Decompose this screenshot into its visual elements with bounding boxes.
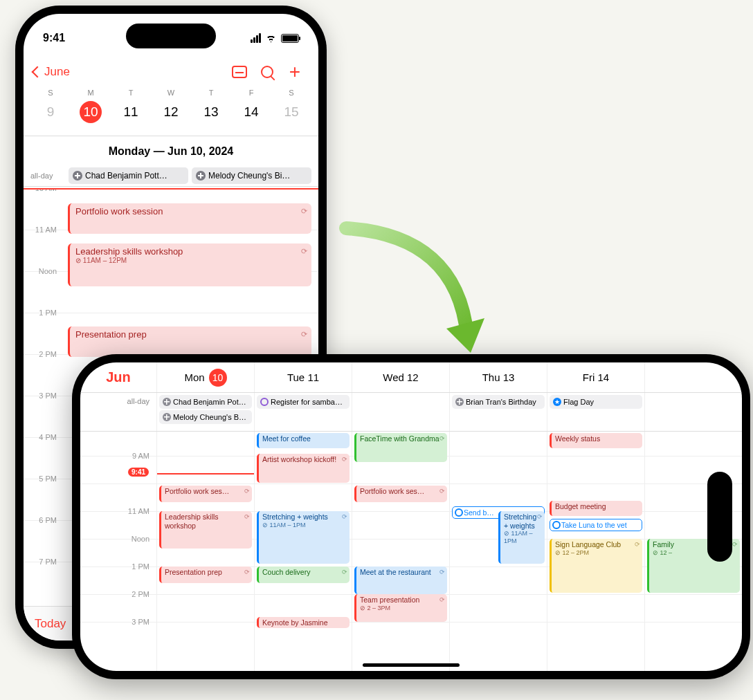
hour-label: 4 PM (24, 433, 62, 441)
repeat-icon: ⟳ (439, 596, 445, 604)
day-header[interactable]: Mon10 (156, 362, 254, 392)
ring-icon (260, 398, 269, 406)
hour-label: 11 AM (128, 507, 149, 515)
weekday-column[interactable]: W 12 (151, 89, 191, 123)
calendar-event[interactable]: Presentation prep⟳ (68, 326, 311, 357)
weekday-letter: S (30, 89, 71, 97)
calendar-event[interactable]: Portfolio work ses…⟳ (159, 486, 252, 502)
repeat-icon: ⟳ (635, 541, 640, 549)
hour-label: Noon (24, 267, 62, 275)
calendar-event[interactable]: FaceTime with Grandma⟳ (354, 433, 447, 462)
weekday-column[interactable]: S 15 (271, 89, 311, 123)
hour-label: 3 PM (131, 618, 149, 626)
hour-label: 1 PM (24, 308, 62, 317)
search-icon (261, 66, 273, 78)
home-indicator[interactable] (363, 663, 460, 667)
all-day-event[interactable]: ★Flag Day (550, 395, 642, 409)
hour-label: 1 PM (131, 562, 149, 571)
star-icon: ★ (553, 398, 561, 406)
day-header[interactable]: Wed 12 (352, 362, 449, 392)
repeat-icon: ⟳ (439, 488, 445, 495)
repeat-icon: ⟳ (301, 207, 307, 216)
weekday-column[interactable]: M 10 (71, 89, 111, 123)
repeat-icon: ⟳ (301, 330, 307, 339)
month-button[interactable]: Jun (80, 362, 156, 392)
day-header[interactable]: Thu 13 (449, 362, 547, 392)
repeat-icon: ⟳ (439, 569, 445, 576)
all-day-column: Brian Tran's Birthday (449, 393, 547, 431)
rotation-arrow (332, 214, 505, 374)
chip-text: Brian Tran's Birthday (466, 398, 536, 406)
repeat-icon: ⟳ (244, 569, 250, 576)
all-day-event[interactable]: Melody Cheung's B… (159, 410, 252, 424)
weekday-column[interactable]: T 13 (191, 89, 231, 123)
day-label: Tue 11 (287, 371, 319, 383)
calendar-event[interactable]: Stretching + weights⊘ 11AM – 1PM⟳ (257, 511, 350, 564)
plus-icon: + (289, 62, 300, 82)
day-column[interactable]: Send b…Stretching + weights⊘ 11AM – 1PM⟳ (449, 432, 547, 671)
day-column[interactable]: Weekly statusBudget meetingTake Luna to … (547, 432, 644, 671)
repeat-icon: ⟳ (342, 456, 347, 463)
calendar-event[interactable]: Couch delivery⟳ (257, 567, 350, 583)
week-header: S 9M 10T 11W 12T 13F 14S 15 (24, 89, 318, 123)
weekday-number: 13 (191, 101, 231, 123)
all-day-event[interactable]: Brian Tran's Birthday (452, 395, 545, 409)
calendar-event[interactable]: Weekly status (550, 433, 642, 448)
add-event-button[interactable]: + (281, 59, 309, 84)
weekday-column[interactable]: F 14 (231, 89, 271, 123)
repeat-icon: ⟳ (301, 247, 307, 256)
weekday-number: 9 (30, 101, 71, 123)
hour-label: 3 PM (24, 392, 62, 400)
gift-icon (163, 398, 171, 406)
all-day-row: all-day Chad Benjamin Pott… Melody Cheun… (24, 165, 318, 187)
calendar-event[interactable]: Sign Language Club⊘ 12 – 2PM⟳ (550, 539, 642, 593)
back-button[interactable]: June (33, 65, 70, 79)
nav-bar: June + (24, 57, 318, 87)
day-header[interactable]: Fri 14 (547, 362, 644, 392)
wifi-icon (265, 34, 277, 43)
day-label: Mon (184, 371, 204, 383)
calendar-event[interactable]: Stretching + weights⊘ 11AM – 1PM⟳ (498, 511, 545, 564)
dynamic-island (126, 24, 216, 48)
calendar-event[interactable]: Leadership skills workshop⊘ 11AM – 12PM⟳ (68, 243, 311, 286)
all-day-column: Chad Benjamin Pot…Melody Cheung's B… (156, 393, 254, 431)
calendar-event[interactable]: Budget meeting (550, 501, 642, 516)
calendar-event[interactable]: Team presentation⊘ 2 – 3PM⟳ (354, 594, 447, 622)
all-day-event[interactable]: Melody Cheung's Bi… (192, 167, 311, 184)
weekday-column[interactable]: T 11 (111, 89, 151, 123)
calendar-event[interactable]: Portfolio work session⟳ (68, 203, 311, 234)
calendar-event[interactable]: Artist workshop kickoff!⟳ (257, 454, 350, 483)
all-day-label: all-day (80, 393, 156, 431)
all-day-row-landscape: all-day Chad Benjamin Pot…Melody Cheung'… (80, 393, 742, 432)
calendar-event[interactable]: Meet for coffee (257, 433, 350, 448)
calendar-event[interactable]: Portfolio work ses…⟳ (354, 486, 447, 502)
gift-icon (163, 413, 171, 421)
week-grid[interactable]: 9 AM11 AMNoon1 PM2 PM3 PM Portfolio work… (80, 432, 742, 671)
week-header-landscape: Jun Mon10Tue 11Wed 12Thu 13Fri 14 (80, 362, 742, 393)
today-button[interactable]: Today (35, 617, 66, 631)
all-day-event[interactable]: Chad Benjamin Pot… (159, 395, 252, 409)
weekday-number: 15 (271, 101, 311, 123)
weekday-letter: M (71, 89, 111, 97)
day-column[interactable]: Portfolio work ses…⟳Leadership skills wo… (156, 432, 254, 671)
calendar-event[interactable]: Keynote by Jasmine (257, 617, 350, 628)
weekday-column[interactable]: S 9 (30, 89, 71, 123)
weekday-letter: T (191, 89, 231, 97)
day-header[interactable] (644, 362, 742, 392)
now-indicator (157, 473, 254, 475)
day-column[interactable]: Meet for coffeeArtist workshop kickoff!⟳… (254, 432, 352, 671)
search-button[interactable] (253, 59, 281, 84)
view-toggle-button[interactable] (226, 59, 253, 84)
hour-label: 5 PM (24, 475, 62, 483)
calendar-event[interactable]: Meet at the restaurant⟳ (354, 567, 447, 594)
day-column[interactable]: FaceTime with Grandma⟳Portfolio work ses… (352, 432, 449, 671)
list-icon (232, 66, 247, 78)
all-day-event[interactable]: Register for samba… (257, 395, 350, 409)
all-day-column (352, 393, 449, 431)
all-day-event[interactable]: Chad Benjamin Pott… (69, 167, 188, 184)
calendar-event[interactable]: Take Luna to the vet (550, 519, 642, 531)
status-indicators (251, 33, 299, 43)
calendar-event[interactable]: Leadership skills workshop⟳ (159, 511, 252, 549)
calendar-event[interactable]: Presentation prep⟳ (159, 567, 252, 583)
day-header[interactable]: Tue 11 (254, 362, 352, 392)
